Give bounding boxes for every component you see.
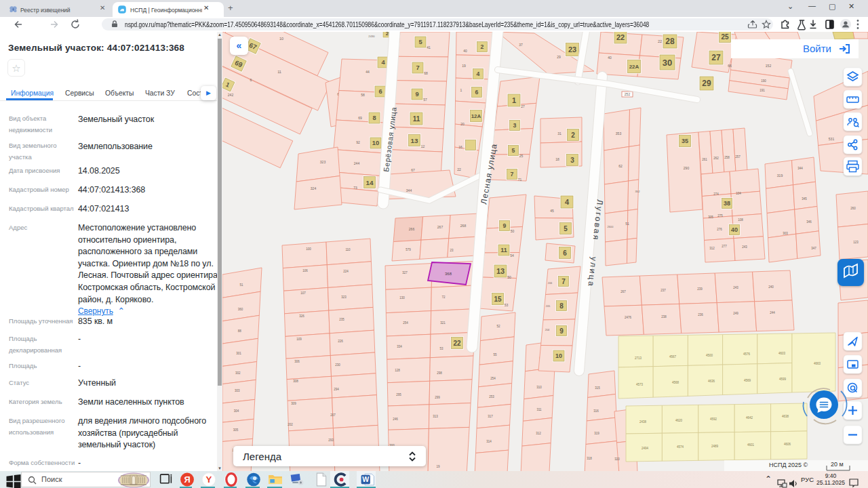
- svg-text:277: 277: [722, 245, 727, 248]
- svg-text:295: 295: [396, 393, 401, 396]
- svg-text:40: 40: [608, 56, 612, 60]
- svg-text:40: 40: [463, 49, 467, 53]
- svg-text:4500: 4500: [706, 354, 713, 357]
- svg-text:106: 106: [302, 269, 308, 272]
- svg-text:324: 324: [311, 186, 317, 190]
- svg-text:14: 14: [366, 179, 374, 186]
- svg-text:5: 5: [564, 225, 568, 232]
- svg-text:2476: 2476: [625, 316, 632, 319]
- svg-text:5: 5: [418, 39, 422, 45]
- svg-text:254: 254: [403, 321, 408, 325]
- svg-text:2438: 2438: [639, 420, 647, 424]
- svg-text:67: 67: [411, 168, 415, 172]
- svg-text:2: 2: [571, 131, 575, 139]
- svg-text:27: 27: [711, 53, 721, 62]
- svg-text:11: 11: [500, 247, 507, 253]
- svg-text:312: 312: [536, 432, 541, 435]
- svg-text:368: 368: [445, 272, 452, 276]
- svg-text:2430: 2430: [368, 35, 375, 38]
- svg-text:40: 40: [731, 226, 738, 233]
- svg-text:319: 319: [594, 432, 599, 435]
- svg-text:4567: 4567: [669, 355, 677, 359]
- svg-text:316: 316: [593, 409, 599, 413]
- svg-text:313: 313: [433, 415, 438, 418]
- svg-text:23: 23: [568, 45, 576, 54]
- svg-text:27: 27: [521, 104, 525, 108]
- svg-text:Я: Я: [184, 474, 190, 485]
- svg-text:2600: 2600: [608, 225, 614, 228]
- svg-text:207: 207: [330, 413, 336, 417]
- svg-text:276: 276: [717, 228, 722, 231]
- svg-text:4636: 4636: [708, 380, 715, 383]
- svg-text:11: 11: [413, 115, 420, 123]
- svg-text:319: 319: [777, 174, 783, 178]
- svg-text:130: 130: [399, 296, 405, 300]
- svg-text:4663: 4663: [814, 362, 821, 365]
- svg-text:19: 19: [436, 465, 440, 468]
- svg-text:11: 11: [277, 70, 281, 74]
- svg-text:246: 246: [393, 418, 398, 421]
- svg-text:317: 317: [488, 415, 493, 418]
- svg-text:6: 6: [250, 78, 252, 82]
- svg-text:323: 323: [341, 296, 347, 299]
- svg-text:311: 311: [536, 408, 542, 411]
- svg-text:66: 66: [728, 64, 732, 68]
- svg-text:28: 28: [665, 37, 675, 46]
- svg-text:305: 305: [708, 216, 713, 219]
- svg-text:352: 352: [635, 190, 641, 193]
- svg-text:303: 303: [783, 232, 788, 235]
- svg-text:326: 326: [299, 314, 304, 318]
- svg-text:57: 57: [423, 98, 427, 102]
- svg-text:244: 244: [770, 311, 775, 314]
- svg-text:51: 51: [239, 283, 243, 287]
- svg-text:261: 261: [702, 158, 707, 161]
- svg-text:12: 12: [421, 144, 425, 148]
- svg-text:320: 320: [614, 458, 620, 461]
- svg-text:41: 41: [427, 45, 431, 49]
- svg-text:314: 314: [486, 440, 492, 443]
- svg-text:2489: 2489: [711, 445, 719, 448]
- svg-text:4620: 4620: [675, 419, 683, 422]
- svg-text:72: 72: [441, 296, 446, 299]
- svg-text:5: 5: [512, 147, 515, 154]
- svg-text:4569: 4569: [744, 379, 751, 382]
- svg-text:190: 190: [761, 79, 766, 83]
- svg-text:306: 306: [294, 360, 300, 363]
- svg-text:321: 321: [440, 321, 446, 325]
- svg-text:31: 31: [557, 131, 561, 136]
- svg-text:308: 308: [293, 380, 298, 383]
- svg-text:230: 230: [335, 363, 340, 367]
- svg-text:236: 236: [698, 313, 703, 317]
- svg-text:315: 315: [595, 386, 600, 390]
- svg-text:100: 100: [306, 247, 311, 251]
- svg-text:4642: 4642: [746, 416, 753, 420]
- svg-text:23: 23: [450, 249, 454, 252]
- svg-text:244: 244: [354, 161, 360, 165]
- svg-text:275: 275: [717, 214, 723, 218]
- svg-text:191: 191: [760, 89, 765, 92]
- svg-text:3: 3: [513, 122, 517, 129]
- svg-text:52: 52: [496, 325, 500, 328]
- svg-text:205: 205: [546, 304, 551, 308]
- svg-text:4603: 4603: [778, 352, 786, 355]
- svg-text:4592: 4592: [710, 418, 717, 421]
- svg-text:4: 4: [381, 59, 385, 66]
- svg-text:6: 6: [563, 249, 567, 257]
- svg-text:299: 299: [435, 396, 440, 399]
- svg-text:58: 58: [361, 93, 365, 97]
- svg-text:62: 62: [618, 164, 623, 168]
- svg-text:239: 239: [697, 287, 703, 291]
- svg-text:22A: 22A: [629, 64, 639, 70]
- svg-text:266: 266: [409, 227, 415, 231]
- svg-text:238: 238: [661, 315, 667, 319]
- svg-text:7: 7: [561, 278, 566, 285]
- svg-text:22: 22: [616, 33, 625, 41]
- svg-text:4606: 4606: [784, 443, 791, 446]
- svg-text:242: 242: [228, 93, 234, 97]
- svg-text:240: 240: [768, 285, 774, 289]
- svg-text:304: 304: [234, 409, 239, 413]
- svg-text:29: 29: [557, 55, 561, 59]
- svg-text:8: 8: [559, 302, 564, 310]
- svg-text:44: 44: [366, 70, 370, 74]
- svg-text:123: 123: [853, 241, 859, 244]
